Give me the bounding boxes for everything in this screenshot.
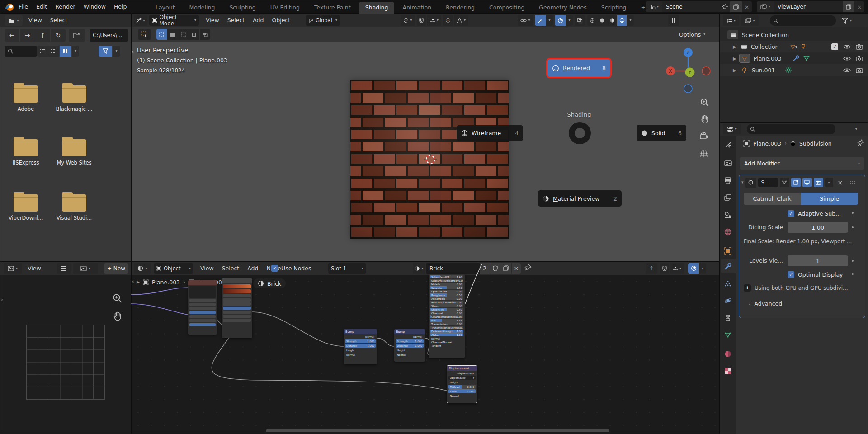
tab-render[interactable] — [720, 156, 736, 170]
visibility-selector[interactable]: ▾ — [518, 15, 533, 26]
menu-edit[interactable]: Edit — [32, 0, 51, 14]
node-row-ior[interactable]: IOR1.45 — [430, 319, 463, 322]
snap-settings-selector[interactable]: ▾ — [427, 15, 441, 26]
node-row-anisotropic[interactable]: Anisotropic0.00 — [430, 297, 463, 300]
tab-scene[interactable] — [720, 208, 736, 222]
node-row-sheentint[interactable]: SheenTint0.50 — [430, 308, 463, 311]
image-editor-type-button[interactable]: ▾ — [4, 263, 22, 274]
breadcrumb-object-name[interactable]: Plane.003 — [152, 279, 180, 286]
outliner-row-plane[interactable]: ▶ ▽ Plane.003 — [720, 52, 868, 64]
tab-texture[interactable] — [720, 364, 736, 378]
tab-constraints[interactable] — [720, 311, 736, 325]
gizmos-toggle[interactable] — [535, 15, 546, 26]
node-row-height[interactable]: Height — [396, 348, 424, 352]
file-menu-select[interactable]: Select — [46, 14, 72, 27]
image-zoom-icon[interactable] — [112, 293, 123, 304]
node-row-objectspace[interactable]: ObjectSpace▾ — [448, 376, 476, 380]
folder-visual-studi-[interactable]: Visual Studi... — [51, 191, 98, 221]
select-invert-button[interactable] — [189, 29, 199, 40]
breadcrumb-object[interactable]: Plane.003 — [753, 140, 781, 147]
remove-modifier-button[interactable]: × — [838, 179, 843, 186]
folder-viberdownl-[interactable]: ViberDownl... — [2, 191, 49, 221]
add-modifier-dropdown[interactable]: Add Modifier ▾ — [740, 157, 864, 170]
outliner-row-collection[interactable]: ▶ Collection ▽ 3 ✓ — [720, 41, 868, 52]
select-intersect-button[interactable] — [200, 29, 210, 40]
node-row-anisotropicrotation[interactable]: AnisotropicRotation0.00 — [430, 301, 463, 304]
drag-handle-icon[interactable] — [848, 180, 855, 185]
pivot-point-selector[interactable]: ▾ — [401, 15, 415, 26]
tab-world[interactable] — [720, 225, 736, 239]
render-camera-icon[interactable] — [856, 56, 863, 61]
node-row-normal[interactable]: Normal — [448, 394, 476, 398]
tab-particles[interactable] — [720, 277, 736, 290]
viewlayer-name[interactable]: ViewLayer — [774, 4, 843, 10]
outliner-display-mode[interactable]: ▾ — [723, 15, 739, 26]
scene-name[interactable]: Scene — [662, 4, 722, 10]
workspace-tab-sculpting[interactable]: Sculpting — [223, 2, 262, 14]
viewport-menu-add[interactable]: Add — [249, 14, 268, 27]
node-row-height[interactable]: Height — [345, 348, 376, 352]
edit-mode-display-toggle[interactable] — [780, 178, 789, 187]
outliner-filter-group[interactable]: ▾ — [842, 15, 852, 26]
viewport-menu-object[interactable]: Object — [268, 14, 294, 27]
node-row-sheen[interactable]: Sheen0.00 — [430, 304, 463, 307]
displacement-node[interactable]: Displacement DisplacementObjectSpace▾Hei… — [447, 365, 477, 403]
node-row-normal[interactable]: Normal — [396, 335, 424, 339]
image-editor-hamburger-button[interactable] — [57, 263, 71, 274]
node-row-normal[interactable]: Normal — [396, 353, 424, 357]
display-mode-dropdown[interactable]: ▾ — [72, 46, 79, 57]
forward-button[interactable]: → — [20, 29, 35, 42]
workspace-tab-scripting[interactable]: Scripting — [595, 2, 633, 14]
tool-settings-icon[interactable]: ▾ — [134, 15, 147, 26]
tab-tool[interactable] — [720, 138, 736, 152]
file-search-input[interactable] — [5, 46, 37, 57]
scene-selector[interactable]: ▾ Scene × — [646, 1, 752, 12]
node-row-roughness[interactable]: Roughness0.50 — [430, 293, 463, 297]
adaptive-checkbox[interactable]: ✓ — [788, 210, 794, 217]
node-row-clearcoatnormal[interactable]: ClearcoatNormal — [430, 340, 463, 344]
properties-options-dropdown[interactable]: ▾ — [855, 124, 857, 134]
navigation-gizmo[interactable]: Z X Y — [661, 43, 715, 95]
proportional-falloff-selector[interactable]: ▾ — [454, 15, 468, 26]
node-row-clearcoat[interactable]: Clearcoat0.00 — [430, 311, 463, 315]
tweak-tool-button[interactable] — [138, 29, 151, 40]
viewlayer-icon[interactable]: ▾ — [757, 1, 774, 12]
tab-object[interactable] — [720, 244, 736, 258]
region-expand-icon[interactable]: › — [1, 297, 3, 303]
image-editor-view-menu[interactable]: View — [24, 262, 45, 275]
node-row-height[interactable]: Height — [448, 380, 476, 384]
shading-solid-button[interactable] — [597, 15, 607, 26]
workspace-tab-layout[interactable]: Layout — [149, 2, 181, 14]
hide-eye-icon[interactable] — [843, 56, 851, 61]
optimal-display-checkbox[interactable]: ✓ — [788, 271, 794, 278]
menu-window[interactable]: Window — [80, 0, 110, 14]
realtime-display-toggle[interactable] — [802, 178, 812, 187]
image-pan-hand-icon[interactable] — [112, 311, 123, 322]
gizmos-dropdown[interactable]: ▾ — [546, 15, 553, 26]
tab-output[interactable] — [720, 174, 736, 187]
scene-icon[interactable]: ▾ — [646, 1, 662, 12]
node-row-clearcoatroughness[interactable]: ClearcoatRoughness0.03 — [430, 315, 463, 318]
bump-node-1[interactable]: Bump NormalStrength1.000Distance1.000Hei… — [344, 329, 377, 364]
menu-file[interactable]: File — [14, 0, 32, 14]
node-row-alpha[interactable]: Alpha1.00 — [430, 333, 463, 336]
node-row-midlevel[interactable]: Midlevel0.500 — [448, 385, 476, 389]
tab-viewlayer[interactable] — [720, 191, 736, 204]
display-list-vertical-button[interactable] — [37, 46, 48, 57]
viewlayer-selector[interactable]: ▾ ViewLayer × — [757, 1, 864, 12]
collapse-chevron-icon[interactable]: ▾ — [741, 180, 744, 184]
viewport-menu-view[interactable]: View — [202, 14, 223, 27]
render-camera-icon[interactable] — [856, 44, 863, 50]
expand-arrow-icon[interactable]: ▶ — [733, 68, 736, 73]
viewport-menu-select[interactable]: Select — [223, 14, 249, 27]
refresh-button[interactable]: ↻ — [51, 29, 66, 42]
bump-node-2[interactable]: Bump NormalStrength1.000Distance1.000Hei… — [394, 329, 425, 362]
levels-viewport-field[interactable]: 1 — [788, 255, 848, 266]
anim-dot[interactable] — [852, 273, 854, 275]
tab-material[interactable] — [720, 347, 736, 361]
display-thumbnails-button[interactable] — [60, 46, 71, 57]
pin-icon[interactable] — [722, 4, 728, 10]
shading-wireframe-button[interactable] — [587, 15, 597, 26]
overlays-toggle[interactable] — [555, 15, 566, 26]
shading-material-button[interactable] — [607, 15, 617, 26]
